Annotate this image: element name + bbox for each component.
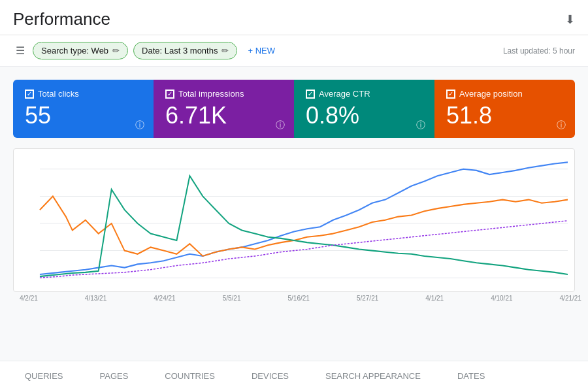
tab-pages[interactable]: PAGES [88,363,140,391]
metric-average-ctr[interactable]: Average CTR 0.8% ⓘ [294,80,434,138]
average-ctr-value: 0.8% [306,103,423,129]
x-label-2: 4/13/21 [85,295,106,302]
x-label-6: 5/27/21 [357,295,378,302]
x-label-4: 5/5/21 [223,295,241,302]
average-ctr-info-icon: ⓘ [416,120,425,131]
edit-date-icon: ✏ [221,46,229,56]
tab-countries[interactable]: COUNTRIES [153,363,227,391]
x-label-1: 4/2/21 [20,295,38,302]
total-impressions-info-icon: ⓘ [276,120,285,131]
toolbar: ☰ Search type: Web ✏ Date: Last 3 months… [0,35,588,67]
metric-total-impressions[interactable]: Total impressions 6.71K ⓘ [154,80,294,138]
x-label-9: 4/21/21 [560,295,581,302]
x-axis-labels: 4/2/21 4/13/21 4/24/21 5/5/21 5/16/21 5/… [0,292,588,302]
x-label-7: 4/1/21 [425,295,444,302]
blue-line [40,162,568,274]
search-type-chip[interactable]: Search type: Web ✏ [33,42,128,59]
download-icon[interactable]: ⬇ [565,12,575,27]
bottom-tabs: QUERIES PAGES COUNTRIES DEVICES SEARCH A… [0,361,588,392]
chart-area [13,148,575,292]
total-impressions-label: Total impressions [178,89,244,99]
date-chip[interactable]: Date: Last 3 months ✏ [133,42,237,59]
date-label: Date: Last 3 months [142,46,218,56]
header: Performance ⬇ [0,0,588,35]
metrics-row: Total clicks 55 ⓘ Total impressions 6.71… [0,67,588,138]
total-clicks-value: 55 [25,103,142,129]
average-position-info-icon: ⓘ [557,120,566,131]
total-impressions-checkbox [165,90,174,99]
orange-line [40,196,568,256]
edit-search-type-icon: ✏ [112,46,120,56]
total-clicks-info-icon: ⓘ [135,120,144,131]
x-label-5: 5/16/21 [288,295,310,302]
page-title: Performance [13,9,110,29]
total-clicks-label: Total clicks [38,89,79,99]
search-type-label: Search type: Web [41,46,108,56]
new-button[interactable]: + NEW [242,42,280,59]
total-impressions-value: 6.71K [165,103,282,129]
metric-total-clicks[interactable]: Total clicks 55 ⓘ [13,80,154,138]
average-position-label: Average position [459,89,523,99]
average-ctr-label: Average CTR [319,89,370,99]
last-updated-label: Last updated: 5 hour [503,46,575,56]
tab-queries[interactable]: QUERIES [13,363,75,391]
total-clicks-checkbox [25,90,34,99]
teal-line [40,176,568,276]
filter-button[interactable]: ☰ [13,42,27,59]
x-label-8: 4/10/21 [491,295,512,302]
average-position-value: 51.8 [446,103,563,129]
average-ctr-checkbox [306,90,315,99]
tab-devices[interactable]: DEVICES [240,363,301,391]
tab-dates[interactable]: DATES [446,363,497,391]
x-label-3: 4/24/21 [154,295,175,302]
tab-search-appearance[interactable]: SEARCH APPEARANCE [314,363,433,391]
chart-svg [20,155,568,291]
average-position-checkbox [446,90,455,99]
metric-average-position[interactable]: Average position 51.8 ⓘ [434,80,575,138]
